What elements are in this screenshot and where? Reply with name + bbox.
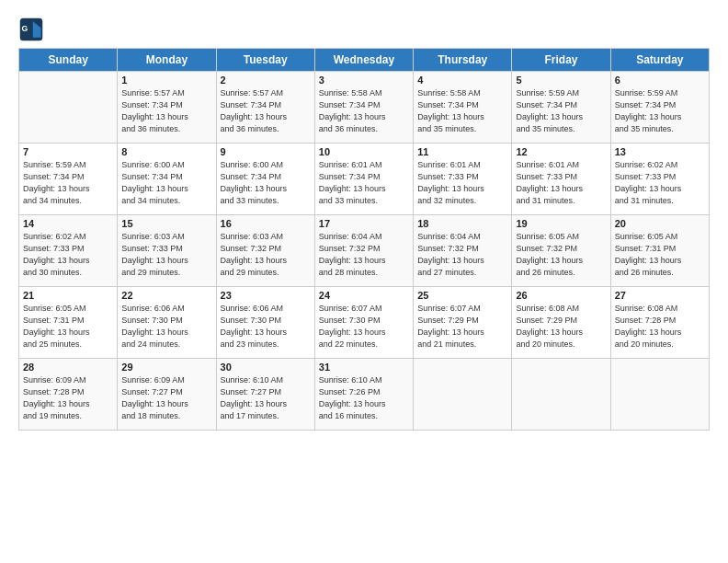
- calendar-week-5: 28Sunrise: 6:09 AM Sunset: 7:28 PM Dayli…: [19, 359, 710, 431]
- day-number: 21: [23, 290, 113, 301]
- day-number: 28: [23, 362, 113, 373]
- day-number: 6: [615, 75, 705, 86]
- calendar-cell: 29Sunrise: 6:09 AM Sunset: 7:27 PM Dayli…: [118, 359, 216, 431]
- page: G SundayMondayTuesdayWednesdayThursdayFr…: [0, 0, 728, 563]
- cell-details: Sunrise: 6:08 AM Sunset: 7:29 PM Dayligh…: [516, 303, 606, 350]
- cell-details: Sunrise: 6:05 AM Sunset: 7:32 PM Dayligh…: [516, 231, 606, 279]
- calendar-cell: 9Sunrise: 6:00 AM Sunset: 7:34 PM Daylig…: [216, 144, 314, 215]
- weekday-header-sunday: Sunday: [19, 49, 118, 72]
- day-number: 26: [516, 290, 606, 301]
- calendar-cell: 13Sunrise: 6:02 AM Sunset: 7:33 PM Dayli…: [610, 144, 709, 215]
- calendar-cell: 3Sunrise: 5:58 AM Sunset: 7:34 PM Daylig…: [314, 72, 413, 144]
- calendar-cell: 23Sunrise: 6:06 AM Sunset: 7:30 PM Dayli…: [216, 287, 314, 359]
- cell-details: Sunrise: 6:10 AM Sunset: 7:26 PM Dayligh…: [319, 374, 409, 422]
- day-number: 30: [221, 362, 311, 373]
- cell-details: Sunrise: 6:04 AM Sunset: 7:32 PM Dayligh…: [417, 231, 507, 279]
- calendar-cell: 20Sunrise: 6:05 AM Sunset: 7:31 PM Dayli…: [610, 215, 709, 287]
- calendar-cell: 18Sunrise: 6:04 AM Sunset: 7:32 PM Dayli…: [414, 215, 512, 287]
- calendar-cell: 1Sunrise: 5:57 AM Sunset: 7:34 PM Daylig…: [118, 72, 216, 144]
- weekday-header-row: SundayMondayTuesdayWednesdayThursdayFrid…: [19, 49, 710, 72]
- day-number: 9: [221, 146, 311, 157]
- weekday-header-saturday: Saturday: [610, 49, 709, 72]
- cell-details: Sunrise: 6:04 AM Sunset: 7:32 PM Dayligh…: [319, 231, 409, 279]
- cell-details: Sunrise: 6:06 AM Sunset: 7:30 PM Dayligh…: [221, 303, 311, 350]
- calendar-cell: 25Sunrise: 6:07 AM Sunset: 7:29 PM Dayli…: [414, 287, 512, 359]
- calendar-cell: 26Sunrise: 6:08 AM Sunset: 7:29 PM Dayli…: [512, 287, 610, 359]
- calendar-cell: 21Sunrise: 6:05 AM Sunset: 7:31 PM Dayli…: [19, 287, 118, 359]
- calendar-cell: [19, 72, 118, 144]
- day-number: 4: [417, 75, 507, 86]
- cell-details: Sunrise: 6:06 AM Sunset: 7:30 PM Dayligh…: [121, 303, 211, 350]
- calendar-cell: [512, 359, 610, 431]
- day-number: 13: [615, 146, 705, 157]
- calendar-table: SundayMondayTuesdayWednesdayThursdayFrid…: [18, 48, 710, 431]
- day-number: 22: [121, 290, 211, 301]
- cell-details: Sunrise: 6:00 AM Sunset: 7:34 PM Dayligh…: [121, 159, 211, 207]
- day-number: 23: [221, 290, 311, 301]
- calendar-cell: 11Sunrise: 6:01 AM Sunset: 7:33 PM Dayli…: [414, 144, 512, 215]
- header: G: [18, 17, 710, 42]
- day-number: 14: [23, 218, 113, 229]
- weekday-header-wednesday: Wednesday: [314, 49, 413, 72]
- cell-details: Sunrise: 6:09 AM Sunset: 7:28 PM Dayligh…: [23, 374, 113, 422]
- cell-details: Sunrise: 5:58 AM Sunset: 7:34 PM Dayligh…: [417, 87, 507, 135]
- day-number: 16: [221, 218, 311, 229]
- day-number: 24: [319, 290, 409, 301]
- day-number: 17: [319, 218, 409, 229]
- calendar-cell: 24Sunrise: 6:07 AM Sunset: 7:30 PM Dayli…: [314, 287, 413, 359]
- calendar-cell: 5Sunrise: 5:59 AM Sunset: 7:34 PM Daylig…: [512, 72, 610, 144]
- day-number: 1: [121, 75, 211, 86]
- cell-details: Sunrise: 5:59 AM Sunset: 7:34 PM Dayligh…: [516, 87, 606, 135]
- calendar-cell: 28Sunrise: 6:09 AM Sunset: 7:28 PM Dayli…: [19, 359, 118, 431]
- logo: G: [18, 17, 46, 42]
- calendar-cell: 7Sunrise: 5:59 AM Sunset: 7:34 PM Daylig…: [19, 144, 118, 215]
- cell-details: Sunrise: 5:59 AM Sunset: 7:34 PM Dayligh…: [23, 159, 113, 207]
- day-number: 5: [516, 75, 606, 86]
- cell-details: Sunrise: 5:58 AM Sunset: 7:34 PM Dayligh…: [319, 87, 409, 135]
- calendar-cell: 4Sunrise: 5:58 AM Sunset: 7:34 PM Daylig…: [414, 72, 512, 144]
- day-number: 11: [417, 146, 507, 157]
- calendar-week-2: 7Sunrise: 5:59 AM Sunset: 7:34 PM Daylig…: [19, 144, 710, 215]
- calendar-cell: 12Sunrise: 6:01 AM Sunset: 7:33 PM Dayli…: [512, 144, 610, 215]
- calendar-cell: [414, 359, 512, 431]
- calendar-cell: 22Sunrise: 6:06 AM Sunset: 7:30 PM Dayli…: [118, 287, 216, 359]
- calendar-cell: 19Sunrise: 6:05 AM Sunset: 7:32 PM Dayli…: [512, 215, 610, 287]
- calendar-cell: 30Sunrise: 6:10 AM Sunset: 7:27 PM Dayli…: [216, 359, 314, 431]
- day-number: 19: [516, 218, 606, 229]
- cell-details: Sunrise: 5:59 AM Sunset: 7:34 PM Dayligh…: [615, 87, 705, 135]
- calendar-cell: 27Sunrise: 6:08 AM Sunset: 7:28 PM Dayli…: [610, 287, 709, 359]
- day-number: 29: [121, 362, 211, 373]
- cell-details: Sunrise: 5:57 AM Sunset: 7:34 PM Dayligh…: [121, 87, 211, 135]
- calendar-cell: 2Sunrise: 5:57 AM Sunset: 7:34 PM Daylig…: [216, 72, 314, 144]
- cell-details: Sunrise: 6:03 AM Sunset: 7:33 PM Dayligh…: [121, 231, 211, 279]
- day-number: 7: [23, 146, 113, 157]
- cell-details: Sunrise: 6:08 AM Sunset: 7:28 PM Dayligh…: [615, 303, 705, 350]
- day-number: 25: [417, 290, 507, 301]
- day-number: 12: [516, 146, 606, 157]
- calendar-week-3: 14Sunrise: 6:02 AM Sunset: 7:33 PM Dayli…: [19, 215, 710, 287]
- cell-details: Sunrise: 6:10 AM Sunset: 7:27 PM Dayligh…: [221, 374, 311, 422]
- day-number: 10: [319, 146, 409, 157]
- calendar-cell: 15Sunrise: 6:03 AM Sunset: 7:33 PM Dayli…: [118, 215, 216, 287]
- day-number: 8: [121, 146, 211, 157]
- calendar-cell: 17Sunrise: 6:04 AM Sunset: 7:32 PM Dayli…: [314, 215, 413, 287]
- svg-text:G: G: [22, 24, 28, 33]
- weekday-header-thursday: Thursday: [414, 49, 512, 72]
- calendar-cell: [610, 359, 709, 431]
- calendar-cell: 31Sunrise: 6:10 AM Sunset: 7:26 PM Dayli…: [314, 359, 413, 431]
- calendar-week-4: 21Sunrise: 6:05 AM Sunset: 7:31 PM Dayli…: [19, 287, 710, 359]
- logo-icon: G: [18, 17, 44, 42]
- cell-details: Sunrise: 6:01 AM Sunset: 7:33 PM Dayligh…: [516, 159, 606, 207]
- cell-details: Sunrise: 6:01 AM Sunset: 7:34 PM Dayligh…: [319, 159, 409, 207]
- weekday-header-tuesday: Tuesday: [216, 49, 314, 72]
- calendar-week-1: 1Sunrise: 5:57 AM Sunset: 7:34 PM Daylig…: [19, 72, 710, 144]
- cell-details: Sunrise: 6:05 AM Sunset: 7:31 PM Dayligh…: [615, 231, 705, 279]
- cell-details: Sunrise: 6:05 AM Sunset: 7:31 PM Dayligh…: [23, 303, 113, 350]
- weekday-header-friday: Friday: [512, 49, 610, 72]
- weekday-header-monday: Monday: [118, 49, 216, 72]
- cell-details: Sunrise: 6:07 AM Sunset: 7:29 PM Dayligh…: [417, 303, 507, 350]
- calendar-cell: 6Sunrise: 5:59 AM Sunset: 7:34 PM Daylig…: [610, 72, 709, 144]
- calendar-cell: 14Sunrise: 6:02 AM Sunset: 7:33 PM Dayli…: [19, 215, 118, 287]
- calendar-cell: 16Sunrise: 6:03 AM Sunset: 7:32 PM Dayli…: [216, 215, 314, 287]
- cell-details: Sunrise: 6:02 AM Sunset: 7:33 PM Dayligh…: [23, 231, 113, 279]
